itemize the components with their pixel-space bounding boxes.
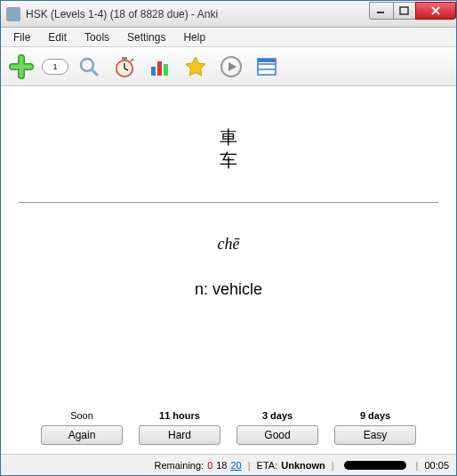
statusbar: Remaining: 0 18 20 | ETA: Unknown | | 00… — [1, 454, 456, 475]
svg-rect-7 — [157, 61, 162, 76]
answer-hard-col: 11 hours Hard — [137, 410, 222, 445]
minimize-button[interactable] — [369, 2, 394, 20]
separator: | — [416, 460, 419, 471]
maximize-button[interactable] — [393, 2, 416, 20]
browse-button[interactable] — [74, 52, 104, 82]
card-front: 車 车 — [220, 125, 237, 172]
card-pinyin: chē — [218, 235, 240, 254]
menu-help[interactable]: Help — [174, 29, 214, 45]
replay-audio-button[interactable] — [216, 52, 246, 82]
answer-easy-col: 9 days Easy — [333, 410, 418, 445]
remaining-learn: 18 — [216, 460, 227, 471]
good-button[interactable]: Good — [237, 425, 318, 445]
add-button[interactable] — [6, 52, 36, 82]
again-button[interactable]: Again — [41, 425, 123, 445]
eta-value: Unknown — [281, 460, 325, 471]
layout-button[interactable] — [252, 52, 282, 82]
menu-edit[interactable]: Edit — [39, 29, 76, 45]
app-icon — [6, 7, 20, 21]
hanzi-traditional: 車 — [220, 125, 237, 149]
remaining-new: 0 — [207, 460, 212, 471]
toolbar: 1 — [1, 47, 456, 86]
svg-rect-0 — [377, 12, 384, 13]
menu-file[interactable]: File — [4, 29, 39, 45]
easy-button[interactable]: Easy — [334, 425, 416, 445]
card-area: 車 车 chē n: vehicle — [1, 95, 456, 405]
card-meaning: n: vehicle — [195, 280, 262, 299]
svg-rect-6 — [151, 67, 156, 76]
hard-button[interactable]: Hard — [139, 425, 220, 445]
remaining-review[interactable]: 20 — [231, 460, 242, 471]
hanzi-simplified: 车 — [220, 149, 237, 172]
marked-button[interactable] — [180, 52, 211, 82]
card-divider — [19, 202, 437, 203]
svg-rect-8 — [164, 64, 168, 76]
window-title: HSK (Levels 1-4) (18 of 8828 due) - Anki — [26, 8, 370, 20]
timer-button[interactable] — [109, 52, 140, 82]
app-window: HSK (Levels 1-4) (18 of 8828 due) - Anki… — [0, 0, 457, 476]
answer-buttons: Soon Again 11 hours Hard 3 days Good 9 d… — [1, 405, 456, 454]
card-content: 車 车 chē n: vehicle Soon Again 11 hours H… — [1, 86, 456, 454]
due-counter[interactable]: 1 — [42, 59, 68, 75]
interval-good: 3 days — [262, 410, 293, 423]
menubar: File Edit Tools Settings Help — [1, 28, 456, 47]
remaining-label: Remaining: — [154, 460, 204, 471]
answer-good-col: 3 days Good — [235, 410, 320, 445]
window-controls — [370, 2, 456, 20]
titlebar[interactable]: HSK (Levels 1-4) (18 of 8828 due) - Anki — [1, 1, 456, 28]
menu-settings[interactable]: Settings — [118, 29, 174, 45]
interval-easy: 9 days — [360, 410, 390, 423]
svg-rect-13 — [258, 59, 276, 62]
separator: | — [248, 460, 251, 471]
menu-tools[interactable]: Tools — [76, 29, 118, 45]
eta-label: ETA: — [257, 460, 278, 471]
separator: | — [332, 460, 334, 471]
svg-rect-5 — [122, 57, 127, 60]
close-button[interactable] — [415, 2, 456, 20]
progress-bar — [344, 461, 406, 470]
interval-hard: 11 hours — [159, 410, 200, 423]
answer-again-col: Soon Again — [39, 410, 124, 445]
svg-rect-1 — [400, 7, 408, 14]
stats-button[interactable] — [145, 52, 175, 82]
timer-value: 00:05 — [424, 460, 449, 471]
interval-again: Soon — [70, 410, 93, 423]
